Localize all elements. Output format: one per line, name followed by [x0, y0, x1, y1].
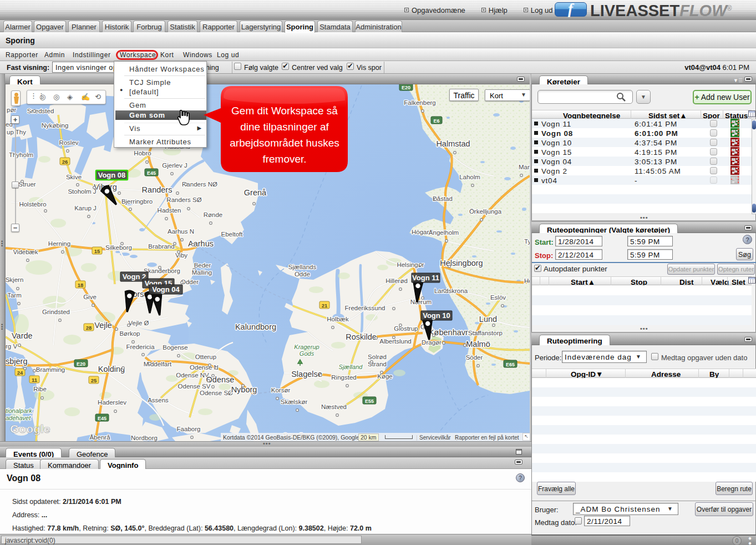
svg-text:Børkop: Børkop	[119, 330, 140, 337]
svg-text:Roskilde: Roskilde	[346, 332, 377, 341]
svg-text:Vogn 08: Vogn 08	[98, 171, 126, 179]
svg-text:Vogn 11: Vogn 11	[412, 274, 439, 282]
svg-text:Sjællands: Sjællands	[288, 264, 317, 270]
svg-text:Kalundborg: Kalundborg	[235, 322, 276, 331]
svg-text:Middelfart: Middelfart	[144, 361, 172, 367]
svg-text:Haderslev: Haderslev	[98, 399, 126, 406]
svg-text:Söder: Söder	[466, 354, 483, 361]
svg-text:Videbæk: Videbæk	[13, 249, 38, 255]
svg-text:Hobro: Hobro	[134, 150, 151, 157]
svg-text:Kolding: Kolding	[98, 365, 125, 374]
svg-text:Faaborg: Faaborg	[177, 426, 201, 432]
svg-text:Roslev: Roslev	[59, 139, 78, 146]
svg-text:Sjælland: Sjælland	[339, 364, 363, 370]
svg-text:pør: pør	[7, 107, 16, 113]
svg-text:Malmö: Malmö	[466, 340, 490, 349]
svg-text:E65: E65	[506, 362, 515, 367]
svg-text:E20: E20	[402, 85, 410, 90]
svg-text:Gods: Gods	[300, 350, 314, 357]
svg-text:Odde: Odde	[295, 271, 310, 277]
svg-text:Landskrona: Landskrona	[434, 287, 468, 294]
svg-text:Nordborg: Nordborg	[131, 435, 158, 441]
svg-text:Holstebro: Holstebro	[19, 201, 46, 208]
svg-text:Næstved: Næstved	[321, 403, 347, 410]
svg-text:Snedsted: Snedsted	[27, 108, 54, 114]
svg-text:Grindsted: Grindsted	[42, 309, 70, 315]
svg-text:Laholm: Laholm	[459, 174, 480, 180]
svg-text:Bogense: Bogense	[163, 344, 187, 351]
svg-text:Skanderborg: Skanderborg	[144, 268, 180, 274]
svg-text:Holbæk: Holbæk	[327, 316, 349, 322]
svg-text:E55: E55	[365, 398, 374, 404]
svg-text:Åbenrå: Åbenrå	[89, 434, 110, 441]
svg-text:Google: Google	[10, 422, 50, 435]
svg-text:Odense N: Odense N	[190, 364, 219, 371]
svg-text:up Thy: up Thy	[7, 129, 26, 135]
svg-text:Kragerup: Kragerup	[294, 344, 319, 350]
svg-text:Vogn 10: Vogn 10	[423, 311, 450, 320]
svg-text:18: 18	[78, 282, 84, 288]
svg-text:Hadsten: Hadsten	[158, 207, 181, 214]
svg-text:Bjerringbro: Bjerringbro	[121, 198, 153, 205]
svg-text:Silkeborg: Silkeborg	[105, 244, 132, 251]
svg-text:Skælskør: Skælskør	[281, 398, 308, 405]
svg-text:Grenå: Grenå	[244, 188, 267, 197]
svg-text:rg V: rg V	[6, 343, 17, 350]
svg-text:Ribe: Ribe	[33, 386, 47, 392]
svg-text:Karup J: Karup J	[74, 205, 97, 211]
svg-text:21: 21	[322, 302, 328, 309]
svg-text:Albertslund: Albertslund	[379, 338, 412, 345]
svg-text:25: 25	[91, 377, 97, 383]
svg-text:Varde: Varde	[12, 331, 33, 340]
svg-text:Malling: Malling	[192, 269, 212, 276]
svg-text:Odense SV: Odense SV	[178, 383, 211, 390]
svg-text:Odder: Odder	[181, 279, 199, 285]
svg-text:24: 24	[17, 370, 23, 376]
svg-text:Glostrup: Glostrup	[394, 325, 418, 332]
svg-text:Tyr: Tyr	[524, 238, 530, 245]
svg-text:Ängelholm: Ängelholm	[429, 229, 459, 236]
svg-text:Viby: Viby	[175, 252, 187, 259]
svg-text:Slagelse: Slagelse	[291, 370, 322, 379]
svg-text:Brabrand: Brabrand	[148, 243, 174, 250]
svg-text:Lund: Lund	[479, 315, 497, 324]
svg-text:tionalpark: tionalpark	[6, 407, 32, 414]
svg-text:Hillerød: Hillerød	[385, 277, 408, 284]
svg-text:Give: Give	[83, 294, 97, 300]
svg-text:Nykøbing: Nykøbing	[42, 122, 69, 129]
svg-text:Randers SØ: Randers SØ	[166, 196, 201, 203]
svg-text:15: 15	[94, 248, 100, 254]
svg-text:E6: E6	[433, 118, 439, 124]
svg-text:Frederikssund: Frederikssund	[345, 305, 385, 311]
svg-text:Odense SØ: Odense SØ	[200, 390, 233, 396]
svg-text:Eslöv: Eslöv	[490, 294, 506, 301]
svg-text:Tarm: Tarm	[7, 292, 22, 299]
svg-text:28: 28	[86, 325, 92, 331]
svg-text:Vejle Ø: Vejle Ø	[128, 320, 149, 326]
svg-text:E45: E45	[147, 170, 156, 176]
svg-text:Falkenberg: Falkenberg	[404, 99, 436, 106]
svg-text:Dragør: Dragør	[422, 339, 442, 346]
svg-text:Höör: Höör	[524, 277, 530, 284]
svg-text:Gjerlev J: Gjerlev J	[162, 162, 187, 169]
svg-text:Herning: Herning	[48, 240, 70, 247]
svg-text:sbjerg: sbjerg	[6, 357, 28, 366]
svg-text:Ebeltoft: Ebeltoft	[221, 231, 243, 238]
svg-text:Køge: Køge	[377, 373, 393, 380]
svg-text:Fredericia: Fredericia	[126, 344, 155, 350]
svg-text:adehavet: adehavet	[6, 415, 31, 421]
svg-text:11: 11	[32, 377, 38, 383]
svg-text:Bramming: Bramming	[36, 366, 65, 373]
svg-text:Rønde: Rønde	[204, 211, 223, 218]
svg-text:Beder: Beder	[194, 262, 211, 269]
svg-text:Korsør: Korsør	[271, 387, 291, 393]
svg-text:E45: E45	[98, 416, 106, 421]
svg-text:Randers: Randers	[142, 185, 172, 194]
svg-text:E20: E20	[77, 361, 85, 367]
svg-text:Mark: Mark	[519, 164, 530, 170]
svg-text:Aarhus N: Aarhus N	[168, 228, 194, 235]
svg-text:Stoholm J: Stoholm J	[68, 188, 96, 195]
svg-text:Ringsted: Ringsted	[331, 374, 356, 381]
svg-text:Vejle: Vejle	[94, 321, 111, 330]
svg-text:Nærum: Nærum	[410, 299, 432, 305]
